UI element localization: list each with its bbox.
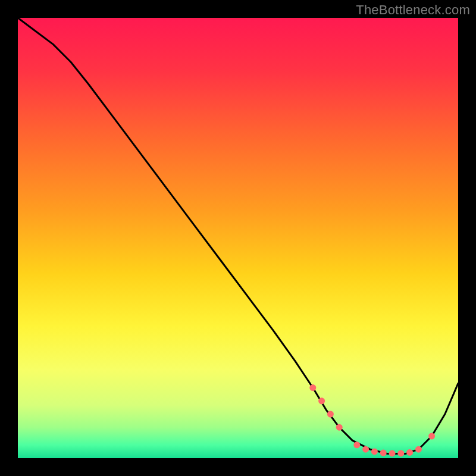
bottleneck-chart bbox=[0, 0, 476, 476]
highlight-dot bbox=[336, 424, 343, 431]
highlight-dot bbox=[309, 384, 316, 391]
highlight-dot bbox=[318, 397, 325, 404]
highlight-dot bbox=[362, 446, 369, 453]
watermark-text: TheBottleneck.com bbox=[356, 2, 470, 18]
highlight-dot bbox=[380, 450, 387, 456]
highlight-dot bbox=[389, 450, 396, 456]
chart-stage: TheBottleneck.com bbox=[0, 0, 476, 476]
highlight-dot bbox=[327, 411, 334, 418]
gradient-panel bbox=[18, 18, 458, 458]
highlight-dot bbox=[428, 433, 435, 440]
highlight-dot bbox=[397, 450, 404, 456]
highlight-dot bbox=[353, 441, 360, 448]
highlight-dot bbox=[406, 449, 413, 456]
highlight-dot bbox=[415, 446, 422, 453]
highlight-dot bbox=[371, 448, 378, 455]
